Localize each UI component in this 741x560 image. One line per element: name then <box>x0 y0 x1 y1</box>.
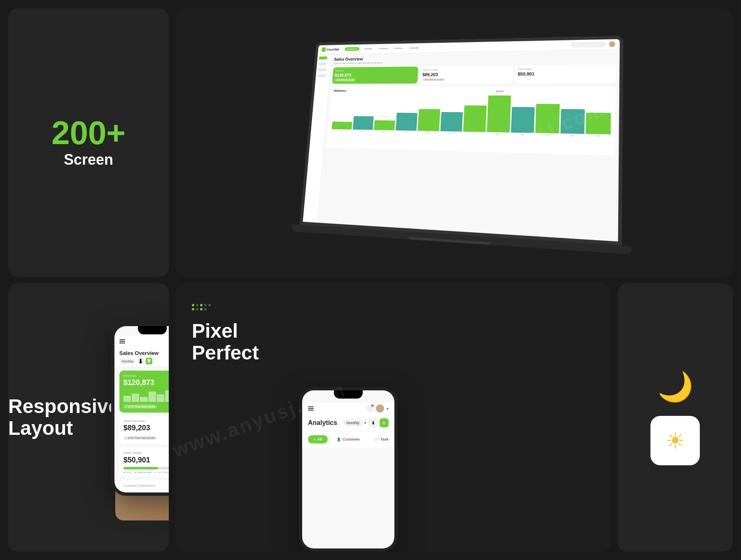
dot-1 <box>192 304 194 306</box>
phone-purchase-badge: ↑ 12% Than last month <box>124 436 157 440</box>
phone-target-card: Sales Target ••• $50,901 ● Profit ● Tota… <box>119 447 169 477</box>
dot-3 <box>200 304 203 306</box>
phone-satisfaction-card: Customer Satisfaction ••• <box>119 480 169 491</box>
dash-body: Sales Overview Analyze sales trends to m… <box>303 49 620 241</box>
phone-device: Sales Overview Monthly ⬇ ▼ Revenue $120,… <box>111 323 169 496</box>
bar-aug: $720.00 Aug <box>487 96 511 135</box>
dash-logo: FluxCRM <box>322 47 339 51</box>
phone2-menu-line-3 <box>308 410 314 411</box>
phone2-title-row: Analytics Monthly ▾ ⬇ ▼ <box>308 418 389 427</box>
nav-dashboard[interactable]: Dashboard <box>345 47 360 51</box>
customer-icon: 👤 <box>337 438 341 441</box>
task-icon: 📄 <box>375 438 379 441</box>
phone-revenue-value: $120,873 <box>124 378 169 387</box>
purchase-card: Total Purchase $89,203 +12% Than last mo… <box>419 65 513 84</box>
phone-target-value: $50,901 <box>124 456 169 464</box>
menu-line-1 <box>119 339 125 340</box>
main-grid: 200+ Screen FluxCRM Dashboard <box>0 0 741 560</box>
dot-4 <box>204 304 207 306</box>
pixel-perfect-card: Pixel Perfect <box>175 283 611 552</box>
phone2-bell-dot: 7 <box>371 404 374 407</box>
phone-revenue-badge: ↑ 17% Than last month <box>124 405 157 408</box>
all-icon: ≡ <box>314 438 316 441</box>
sidebar-icon-4[interactable] <box>317 74 326 77</box>
phone-wrapper: Sales Overview Monthly ⬇ ▼ Revenue $120,… <box>135 323 169 512</box>
phone-page-title: Sales Overview <box>119 350 169 356</box>
tab-task[interactable]: 📄 Task <box>369 435 394 443</box>
flux-logo-icon <box>322 47 326 52</box>
sun-icon: ☀ <box>665 428 685 454</box>
bar-chart: Jan Feb Mar Apr May Jun Jul $720.00 <box>330 94 613 138</box>
phone2-screen: 7 ▾ Analytics Monthly ▾ <box>302 390 394 548</box>
nav-products[interactable]: Products <box>377 47 390 51</box>
phone2-header: 7 ▾ <box>302 403 394 414</box>
bar-oct: Oct <box>535 104 560 136</box>
responsive-text: Responsive Layout <box>8 396 119 439</box>
target-label: Sales Target <box>518 67 613 70</box>
purchase-badge: +12% Than last month <box>422 78 445 81</box>
dot-9 <box>204 308 207 310</box>
menu-line-3 <box>119 343 125 343</box>
bar-apr: Apr <box>395 113 417 134</box>
phone2-bell: 7 <box>366 405 373 412</box>
tab-task-label: Task <box>380 437 389 441</box>
dash-header-right <box>571 41 615 48</box>
sidebar-icon-1[interactable] <box>319 56 327 59</box>
phone2-device: 7 ▾ Analytics Monthly ▾ <box>299 387 398 552</box>
dot-8 <box>200 308 203 310</box>
nav-invoices[interactable]: Invoices <box>392 46 405 50</box>
nav-analytics[interactable]: Analytics <box>361 47 375 51</box>
bottom-right-container: Pixel Perfect <box>175 283 733 552</box>
phone-menu-icon <box>119 339 125 343</box>
pixel-text-section: Pixel Perfect <box>192 304 282 552</box>
nav-calendar[interactable]: Calendar <box>407 46 421 50</box>
phone2-filter-icon[interactable]: ▼ <box>380 418 389 427</box>
pixel-title: Pixel Perfect <box>192 320 282 364</box>
bar-jul: Jul <box>463 105 487 135</box>
phone-purchase-card: Total Purchase $89,203 ↑ 12% Than last m… <box>119 416 169 444</box>
bar-sep: Sep <box>511 107 535 136</box>
sidebar-icon-2[interactable] <box>318 62 327 65</box>
logo-text: FluxCRM <box>327 48 339 51</box>
dash-main: Sales Overview Analyze sales trends to m… <box>317 49 620 241</box>
menu-line-2 <box>119 341 125 342</box>
phone2-title: Analytics <box>308 419 337 427</box>
dash-search[interactable] <box>571 42 606 48</box>
phone2-controls: Monthly ▾ ⬇ ▼ <box>343 418 389 427</box>
phone2-avatar <box>376 404 384 413</box>
big-number: 200+ <box>51 117 126 149</box>
phone-header <box>114 336 169 347</box>
dash-stat-area: Statistics Jan Feb Mar Apr May Jun Jul <box>326 86 615 156</box>
chevron-down-icon: ▾ <box>387 406 389 411</box>
phone-page-header: Sales Overview Monthly ⬇ ▼ <box>114 347 169 367</box>
sidebar-icon-3[interactable] <box>318 68 326 71</box>
phone-target-label: Sales Target <box>124 451 142 455</box>
dot-2 <box>196 304 198 306</box>
revenue-value: $120,873 <box>335 72 416 77</box>
filter-btn[interactable]: ▼ <box>146 358 152 364</box>
phone-notch <box>138 326 167 334</box>
phone2-page-header: Analytics Monthly ▾ ⬇ ▼ <box>302 414 394 431</box>
phone2-monthly-dropdown[interactable]: Monthly <box>343 420 362 426</box>
revenue-badge: +17% Than last month <box>334 78 355 82</box>
download-btn[interactable]: ⬇ <box>137 358 144 364</box>
dot-6 <box>192 308 194 310</box>
dots-decorative <box>192 304 212 310</box>
laptop-card: FluxCRM Dashboard Analytics Products Inv… <box>175 8 733 277</box>
laptop-screen-inner: FluxCRM Dashboard Analytics Products Inv… <box>303 39 620 242</box>
phone-purchase-label: Total Purchase <box>124 419 169 423</box>
phone-screen: Sales Overview Monthly ⬇ ▼ Revenue $120,… <box>114 326 169 492</box>
phone2-tabs: ≡ All 👤 Customer 📄 Task <box>302 431 394 448</box>
dash-nav: Dashboard Analytics Products Invoices Ca… <box>345 46 421 51</box>
bar-jan: Jan <box>331 121 352 132</box>
dash-avatar <box>609 41 615 47</box>
screen-label: Screen <box>64 151 113 168</box>
bottom-left-card: Responsive Layout <box>8 283 169 552</box>
dot-5 <box>208 304 211 306</box>
phone2-download-icon[interactable]: ⬇ <box>368 418 377 427</box>
phone-dropdown[interactable]: Monthly <box>119 359 136 364</box>
tab-customer[interactable]: 👤 Customer <box>331 435 366 443</box>
top-left-card: 200+ Screen <box>8 8 169 277</box>
bar-mar: Mar <box>374 120 395 133</box>
tab-all[interactable]: ≡ All <box>308 435 328 443</box>
